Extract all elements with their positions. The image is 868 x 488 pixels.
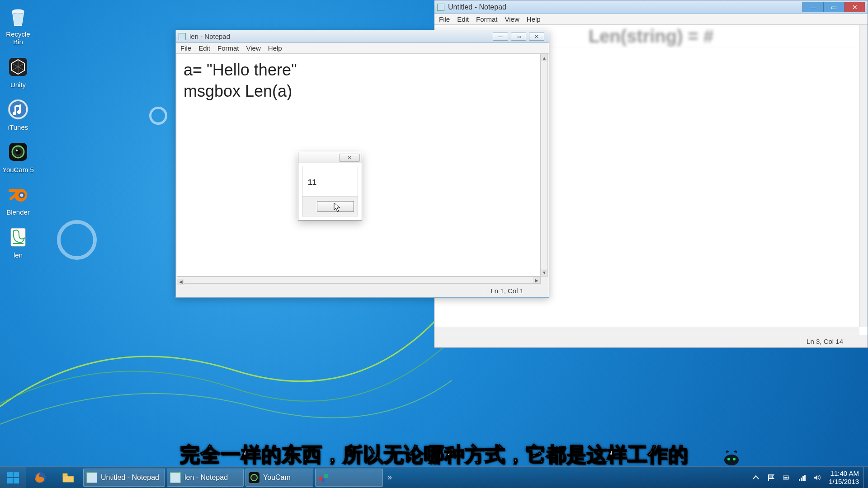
window-controls: — ▭ ✕ — [493, 33, 546, 41]
svg-rect-28 — [784, 477, 788, 479]
taskbar-pinned-explorer[interactable] — [55, 469, 81, 487]
desktop-icon-youcam[interactable]: YouCam 5 — [2, 139, 34, 174]
menu-format[interactable]: Format — [217, 44, 239, 52]
close-button[interactable]: ✕ — [339, 154, 360, 162]
desktop-icon-label: YouCam 5 — [2, 166, 34, 174]
svg-point-10 — [20, 194, 24, 197]
maximize-button[interactable]: ▭ — [823, 2, 844, 12]
menu-help[interactable]: Help — [527, 15, 541, 23]
desktop-icon-label: len — [2, 251, 34, 259]
desktop-icon-len[interactable]: len — [2, 225, 34, 259]
taskbar-task-unknown[interactable] — [315, 469, 383, 487]
window-len-notepad[interactable]: len - Notepad — ▭ ✕ File Edit Format Vie… — [175, 30, 549, 298]
desktop-icon-blender[interactable]: Blender — [2, 182, 34, 216]
maximize-button[interactable]: ▭ — [511, 33, 526, 41]
volume-icon[interactable] — [813, 474, 821, 482]
window-controls: — ▭ ✕ — [802, 2, 865, 12]
notepad-icon — [179, 33, 186, 40]
notepad-icon — [170, 472, 181, 483]
vertical-scrollbar[interactable]: ▲ ▼ — [541, 54, 548, 277]
status-bar: Ln 1, Col 1 — [177, 285, 548, 296]
scroll-right-arrow-icon[interactable]: ▶ — [533, 277, 540, 283]
menu-view[interactable]: View — [246, 44, 261, 52]
tray-clock[interactable]: 11:40 AM 1/15/2013 — [829, 469, 859, 485]
menu-edit[interactable]: Edit — [457, 15, 469, 23]
message-box-dialog[interactable]: ✕ 11 — [298, 152, 362, 221]
minimize-button[interactable]: — — [493, 33, 508, 41]
status-caret-position: Ln 1, Col 1 — [484, 285, 530, 296]
desktop-icon-itunes[interactable]: iTunes — [2, 97, 34, 131]
desktop-icon-label: Unity — [2, 81, 34, 89]
menu-view[interactable]: View — [505, 15, 519, 23]
desktop-icon-label: Blender — [2, 208, 34, 216]
scroll-left-arrow-icon[interactable]: ◀ — [177, 279, 184, 285]
menu-bar: File Edit Format View Help — [434, 14, 868, 25]
recycle-bin-icon — [5, 4, 31, 29]
svg-rect-31 — [802, 476, 804, 481]
svg-point-22 — [251, 474, 257, 481]
network-icon[interactable] — [798, 474, 806, 482]
desktop-icon-label: Recycle Bin — [2, 30, 34, 46]
svg-rect-24 — [324, 474, 328, 478]
desktop-icon-unity[interactable]: Unity — [2, 54, 34, 89]
show-desktop-button[interactable] — [863, 467, 868, 488]
svg-rect-20 — [63, 474, 67, 476]
taskbar-overflow-chevron-icon[interactable]: » — [387, 473, 392, 482]
titlebar[interactable]: len - Notepad — ▭ ✕ — [176, 30, 549, 43]
horizontal-scrollbar[interactable] — [434, 327, 859, 335]
folder-icon — [61, 471, 75, 484]
titlebar[interactable]: Untitled - Notepad — ▭ ✕ — [434, 0, 868, 14]
power-icon[interactable] — [783, 474, 791, 482]
taskbar-task-untitled-notepad[interactable]: Untitled - Notepad — [83, 469, 165, 487]
desktop-icon-recycle-bin[interactable]: Recycle Bin — [2, 4, 34, 46]
ok-button[interactable] — [317, 201, 354, 212]
taskbar: Untitled - Notepad len - Notepad YouCam … — [0, 466, 868, 488]
svg-rect-29 — [799, 479, 800, 481]
decorative-ring — [57, 220, 97, 260]
scroll-down-arrow-icon[interactable]: ▼ — [541, 269, 547, 276]
svg-rect-18 — [14, 478, 19, 483]
svg-point-3 — [10, 101, 26, 117]
video-subtitle-text: 完全一样的东西，所以无论哪种方式，它都是这样工作的 — [0, 441, 868, 468]
tray-up-arrow-icon[interactable] — [752, 474, 760, 482]
flag-icon[interactable] — [767, 474, 775, 482]
start-button[interactable] — [0, 467, 26, 488]
desktop-icon-label: iTunes — [2, 123, 34, 131]
scroll-up-arrow-icon[interactable]: ▲ — [541, 54, 547, 61]
notepad-icon — [86, 472, 97, 483]
taskbar-task-label: Untitled - Notepad — [101, 474, 159, 482]
svg-rect-16 — [14, 472, 19, 477]
menu-edit[interactable]: Edit — [198, 44, 210, 52]
color-blocks-icon — [318, 472, 329, 483]
menu-file[interactable]: File — [439, 15, 450, 23]
svg-rect-25 — [322, 479, 325, 482]
blender-icon — [5, 182, 31, 207]
close-button[interactable]: ✕ — [529, 33, 544, 41]
desktop-icons-column: Recycle Bin Unity iTunes YouCam 5 Blende… — [2, 4, 38, 267]
dialog-message-text: 11 — [308, 178, 316, 187]
taskbar-task-label: YouCam — [263, 474, 291, 482]
script-file-icon — [5, 225, 31, 250]
menu-file[interactable]: File — [180, 44, 191, 52]
menu-bar: File Edit Format View Help — [176, 43, 549, 54]
minimize-button[interactable]: — — [802, 2, 823, 12]
dialog-titlebar[interactable]: ✕ — [298, 152, 362, 163]
dialog-body: 11 — [302, 166, 358, 216]
itunes-icon — [5, 97, 31, 122]
close-button[interactable]: ✕ — [844, 2, 865, 12]
svg-rect-15 — [7, 472, 13, 477]
menu-format[interactable]: Format — [476, 15, 498, 23]
horizontal-scrollbar[interactable]: ◀ ▶ — [177, 277, 541, 284]
youcam-icon — [5, 139, 31, 164]
menu-help[interactable]: Help — [268, 44, 282, 52]
status-caret-position: Ln 3, Col 14 — [800, 335, 849, 347]
svg-rect-30 — [801, 478, 802, 481]
svg-rect-32 — [804, 475, 806, 481]
vertical-scrollbar[interactable] — [859, 25, 868, 327]
taskbar-task-len-notepad[interactable]: len - Notepad — [167, 469, 244, 487]
taskbar-pinned-firefox[interactable] — [27, 469, 53, 487]
taskbar-task-youcam[interactable]: YouCam — [245, 469, 313, 487]
notepad-icon — [437, 4, 444, 11]
status-bar: Ln 3, Col 14 — [434, 335, 868, 347]
decorative-ring — [149, 107, 167, 125]
